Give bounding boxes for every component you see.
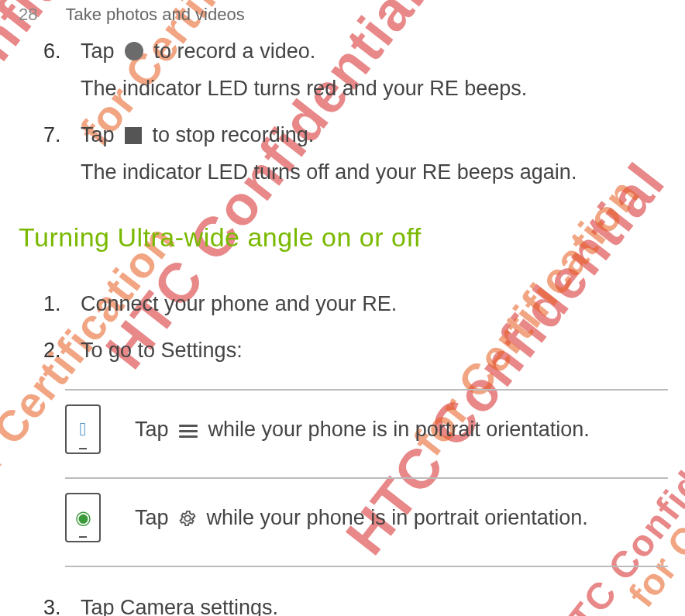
step-text: Tap Camera settings. — [81, 592, 685, 616]
step-7: 7. Tap to stop recording. The indicator … — [43, 119, 685, 189]
step-1: 1. Connect your phone and your RE. — [43, 288, 685, 321]
android-icon: ◉ — [75, 508, 91, 527]
page-content: 28 Take photos and videos 6. Tap to reco… — [0, 0, 685, 616]
step-text: Connect your phone and your RE. — [81, 288, 685, 321]
step-text-pre: Tap — [81, 123, 120, 146]
phone-ios-icon:  — [65, 404, 101, 454]
page-header: 28 Take photos and videos — [19, 5, 685, 25]
step-6: 6. Tap to record a video. The indicator … — [43, 36, 685, 105]
settings-by-platform-table:  Tap while your phone is in portrait or… — [65, 389, 668, 567]
phone-android-icon: ◉ — [65, 493, 101, 542]
step-text: To go to Settings: — [81, 335, 685, 367]
step-subtext: The indicator LED turns red and your RE … — [81, 73, 685, 105]
step-number: 2. — [43, 335, 81, 367]
ultra-wide-steps-cont: 3. Tap Camera settings. 4. Turn the Ultr… — [19, 592, 685, 616]
step-number: 7. — [43, 119, 81, 152]
intro-steps-list: 6. Tap to record a video. The indicator … — [19, 36, 685, 188]
row-text-pre: Tap — [135, 506, 174, 529]
stop-icon — [125, 127, 142, 144]
step-text-post: to record a video. — [154, 40, 316, 63]
step-number: 3. — [43, 592, 81, 616]
table-row-ios:  Tap while your phone is in portrait or… — [65, 390, 668, 478]
step-subtext: The indicator LED turns off and your RE … — [81, 157, 685, 189]
step-3: 3. Tap Camera settings. — [43, 592, 685, 616]
row-text-pre: Tap — [135, 418, 174, 441]
chapter-title: Take photos and videos — [65, 5, 244, 25]
page-number: 28 — [19, 5, 37, 25]
step-2: 2. To go to Settings: — [43, 335, 685, 367]
apple-icon:  — [80, 420, 87, 439]
section-heading-ultra-wide: Turning Ultra-wide angle on or off — [19, 222, 685, 253]
step-number: 6. — [43, 36, 81, 68]
record-icon — [125, 42, 143, 60]
ultra-wide-steps: 1. Connect your phone and your RE. 2. To… — [19, 288, 685, 367]
step-text-post: to stop recording. — [153, 123, 315, 146]
step-text-pre: Tap — [81, 40, 120, 63]
table-row-android: ◉ Tap while your phone is in portrait or… — [65, 478, 668, 566]
menu-icon — [179, 425, 198, 439]
step-number: 1. — [43, 288, 81, 321]
row-text-post: while your phone is in portrait orientat… — [208, 418, 590, 441]
row-text-post: while your phone is in portrait orientat… — [207, 506, 588, 529]
gear-icon — [179, 510, 196, 527]
